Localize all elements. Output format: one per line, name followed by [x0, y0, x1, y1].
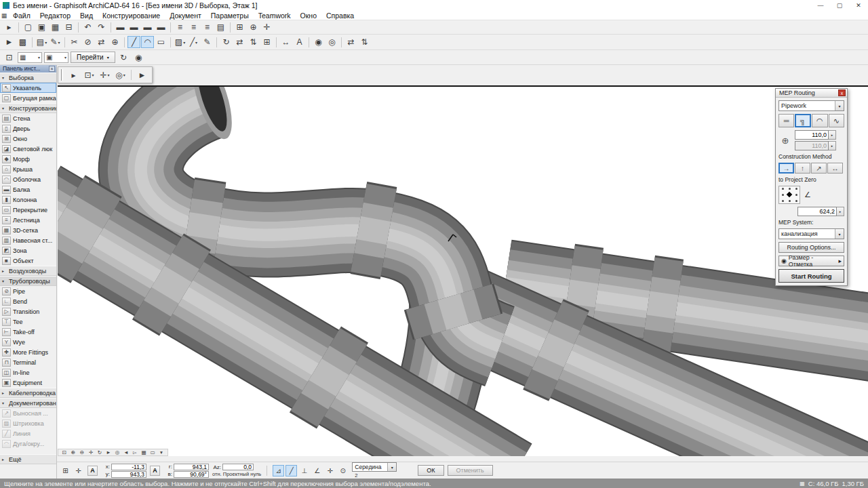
pointer-arrow-icon[interactable]: ►: [135, 68, 149, 82]
redo-icon[interactable]: ↷: [95, 21, 108, 33]
tool-item-22[interactable]: ⊘Pipe: [0, 286, 56, 296]
tool-item-28[interactable]: ✚More Fittings: [0, 347, 56, 357]
menu-item-6[interactable]: Параметры: [206, 11, 254, 20]
tool-group-33[interactable]: ▾Документирован: [0, 398, 56, 408]
more-tools-item[interactable]: ▸ Ещё: [0, 454, 56, 464]
tool-item-23[interactable]: ∟Bend: [0, 296, 56, 306]
layout-icon[interactable]: ▦: [140, 449, 148, 456]
vertical-rise-method[interactable]: ↑: [795, 163, 810, 174]
element-type-dropdown[interactable]: Pipework ▾: [778, 100, 844, 111]
next-view-icon[interactable]: ▻: [131, 449, 139, 456]
walk-icon[interactable]: ►: [104, 449, 113, 456]
text-tool-icon[interactable]: A: [293, 36, 306, 48]
anchor-dot[interactable]: [782, 194, 784, 196]
toolbar-grip[interactable]: [61, 69, 63, 81]
tool-item-17[interactable]: ▥Навесная ст...: [0, 235, 56, 245]
tool-item-8[interactable]: ◪Световой люк: [0, 144, 56, 154]
view-settings-combo[interactable]: ▦▾: [18, 52, 42, 63]
pipe-width-field[interactable]: [795, 130, 829, 140]
gravity-toggle[interactable]: ⊙: [337, 465, 349, 476]
tool-item-11[interactable]: ◠Оболочка: [0, 174, 56, 184]
gravity-icon[interactable]: ⊕: [247, 21, 260, 33]
anchor-dot[interactable]: [789, 200, 791, 202]
tool-item-31[interactable]: ▣Equipment: [0, 378, 56, 388]
panel-info-icon[interactable]: ▬: [127, 21, 140, 33]
routing-options-button[interactable]: Routing Options...: [778, 242, 844, 253]
tool-item-5[interactable]: ▤Стена: [0, 113, 56, 123]
story-settings-icon[interactable]: ≡: [187, 21, 200, 33]
split-icon[interactable]: ⊘: [81, 36, 94, 48]
close-button[interactable]: ✕: [849, 0, 868, 11]
grid-snap-toggle[interactable]: ✛: [324, 465, 336, 476]
geometry-method-icon[interactable]: ▭: [155, 36, 167, 48]
mep-system-dropdown[interactable]: канализация ▾: [778, 228, 844, 239]
polar-coords-toggle[interactable]: ╱: [285, 465, 297, 476]
ok-button[interactable]: ОК: [418, 465, 443, 476]
story-up-icon[interactable]: ≡: [174, 21, 186, 33]
teamwork-send-icon[interactable]: ⇄: [344, 36, 357, 48]
toolbox-header[interactable]: Панель инст... ×: [0, 65, 56, 73]
straight-segment-method[interactable]: ═: [778, 114, 794, 127]
marquee-select-icon[interactable]: ⊡▾: [82, 68, 96, 82]
anchor-dot[interactable]: [795, 188, 797, 190]
tool-item-37[interactable]: ◠Дуга/окру...: [0, 439, 56, 449]
arrow-select-icon[interactable]: ►: [3, 36, 16, 48]
tool-item-25[interactable]: ⊤Tee: [0, 317, 56, 327]
tool-item-16[interactable]: ▦3D-сетка: [0, 225, 56, 235]
close-palette-button[interactable]: x: [838, 89, 846, 96]
save-icon[interactable]: ▦: [49, 21, 62, 33]
orbit-icon[interactable]: ↻: [96, 449, 104, 456]
tool-item-35[interactable]: ▨Штриховка: [0, 418, 56, 428]
absolute-ra-toggle[interactable]: А: [150, 466, 160, 476]
close-toolbox-button[interactable]: ×: [49, 66, 55, 72]
mirror-icon[interactable]: ⇄: [233, 36, 246, 48]
tool-group-4[interactable]: ▾Конструирование: [0, 103, 56, 113]
tool-item-26[interactable]: ⊢Take-off: [0, 327, 56, 337]
tool-item-27[interactable]: YWye: [0, 337, 56, 347]
maximize-button[interactable]: ▢: [830, 0, 849, 11]
open-file-icon[interactable]: ▣: [35, 21, 48, 33]
anchor-dot-selected[interactable]: [787, 192, 792, 197]
magic-wand-icon[interactable]: ✛: [260, 21, 273, 33]
prev-view-icon[interactable]: ◄: [122, 449, 130, 456]
sloped-method[interactable]: ↗: [811, 163, 827, 174]
tracker-options-icon[interactable]: ⊞: [60, 465, 71, 476]
pan-icon[interactable]: ✛: [87, 449, 95, 456]
grid-snap-icon[interactable]: ⊞: [233, 21, 246, 33]
camera-view-icon[interactable]: ◎▾: [113, 68, 127, 82]
menu-item-8[interactable]: Окно: [296, 11, 321, 20]
anchor-dot[interactable]: [782, 188, 784, 190]
anchor-position-grid[interactable]: [778, 186, 800, 204]
y-coordinate-field[interactable]: [111, 471, 146, 478]
tool-item-18[interactable]: ◩Зона: [0, 245, 56, 256]
size-elevation-button[interactable]: ◉ Размер - Отметка ▸: [778, 256, 844, 266]
elevation-field[interactable]: [797, 207, 837, 216]
elevate-icon[interactable]: ⇅: [247, 36, 260, 48]
new-file-icon[interactable]: ▢: [22, 21, 35, 33]
menu-item-5[interactable]: Документ: [165, 11, 206, 20]
rise-segment-method[interactable]: ◠: [812, 114, 827, 127]
panel-favorites-icon[interactable]: ▬: [155, 21, 167, 33]
offset-icon[interactable]: ⇄: [95, 36, 108, 48]
arrow-tool-icon[interactable]: ▸: [3, 21, 16, 33]
scale-combo[interactable]: ▣▾: [44, 52, 68, 63]
story-down-icon[interactable]: ≡: [201, 21, 214, 33]
angle-snap-icon[interactable]: ∠: [311, 465, 323, 476]
bend-segment-method[interactable]: ╗: [795, 114, 811, 127]
marquee-icon[interactable]: ▩: [16, 36, 29, 48]
tool-group-20[interactable]: ▸Воздуховоды: [0, 266, 56, 276]
tool-item-6[interactable]: ▯Дверь: [0, 123, 56, 134]
flexible-segment-method[interactable]: ∿: [829, 114, 844, 127]
menu-item-3[interactable]: Вид: [75, 11, 98, 20]
menu-item-7[interactable]: Teamwork: [254, 11, 296, 20]
tool-item-13[interactable]: ▮Колонна: [0, 195, 56, 205]
tool-item-36[interactable]: ╱Линия: [0, 428, 56, 439]
menu-item-1[interactable]: Файл: [8, 11, 35, 20]
tracker-origin-icon[interactable]: ✛: [73, 465, 84, 476]
tool-item-15[interactable]: ≡Лестница: [0, 215, 56, 225]
tool-item-7[interactable]: ⊞Окно: [0, 134, 56, 144]
render-icon[interactable]: ◎: [326, 36, 338, 48]
dimension-icon[interactable]: ↔: [279, 36, 292, 48]
tool-item-9[interactable]: ◆Морф: [0, 154, 56, 164]
tool-item-30[interactable]: ◫In-line: [0, 367, 56, 378]
